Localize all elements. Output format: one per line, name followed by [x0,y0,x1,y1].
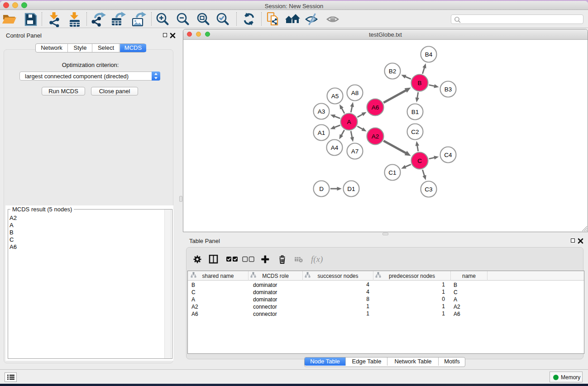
svg-text:A5: A5 [331,93,339,100]
svg-text:C2: C2 [411,129,419,135]
svg-text:A1: A1 [318,129,325,136]
svg-text:B2: B2 [389,68,397,75]
svg-text:C4: C4 [444,152,452,158]
svg-text:A8: A8 [351,90,359,96]
svg-text:A2: A2 [372,133,379,140]
svg-text:C3: C3 [425,186,432,193]
svg-text:C: C [417,157,422,164]
svg-text:B3: B3 [445,86,452,93]
svg-text:f(x): f(x) [311,255,323,264]
svg-text:A4: A4 [331,144,339,151]
svg-text:B: B [417,80,421,86]
svg-text:A: A [347,119,351,125]
svg-text:A7: A7 [351,148,359,155]
svg-text:A6: A6 [372,104,379,111]
svg-text:A3: A3 [318,108,325,115]
svg-text:D1: D1 [347,186,355,192]
svg-text:B4: B4 [425,51,433,58]
svg-text:B1: B1 [411,109,419,115]
svg-text:D: D [319,186,324,192]
svg-text:C1: C1 [388,169,396,176]
